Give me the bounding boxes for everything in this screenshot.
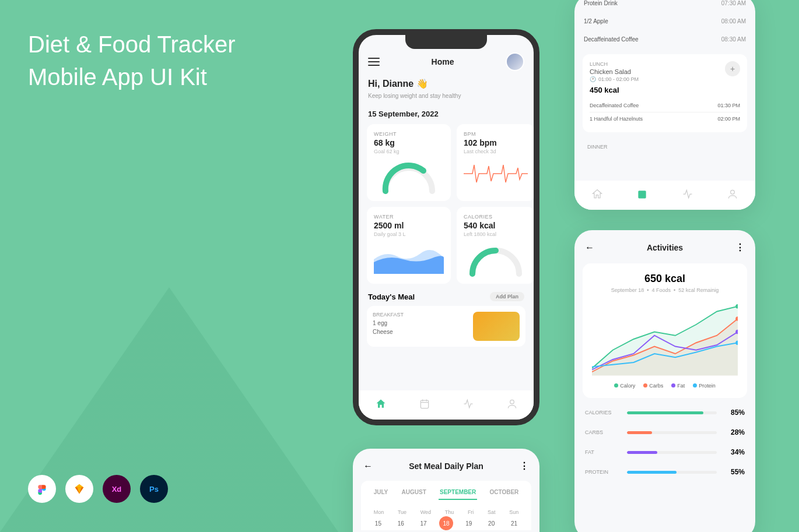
month-tabs: JULYAUGUSTSEPTEMBEROCTOBER (361, 481, 531, 505)
date-cell[interactable]: 19 (462, 516, 476, 530)
date-cell[interactable]: 15 (371, 516, 385, 530)
activity-icon[interactable] (462, 398, 474, 413)
card-sub: Daily goal 3 L (374, 231, 444, 237)
page-title: Activities (647, 243, 683, 252)
food-time: 01:30 PM (717, 103, 740, 108)
list-item[interactable]: 1 Handful of Hazelnuts02:00 PM (590, 112, 740, 125)
date-cell[interactable]: 16 (394, 516, 408, 530)
plan-screen: ← Set Meal Daily Plan ⋮ JULYAUGUSTSEPTEM… (353, 449, 539, 532)
card-label: BPM (464, 131, 528, 137)
progress-bar (627, 431, 717, 434)
progress-bar (627, 411, 717, 414)
legend-item: Fat (671, 383, 685, 389)
back-icon[interactable]: ← (363, 461, 373, 471)
calendar-icon[interactable] (636, 188, 648, 203)
sketch-icon (65, 475, 93, 503)
meal-image (473, 312, 520, 341)
food-name: Protein Drink (584, 0, 618, 6)
svg-point-2 (510, 400, 514, 404)
list-item[interactable]: 1/2 Apple08:00 AM (574, 12, 755, 30)
list-item[interactable]: Decaffeinated Coffee08:30 AM (574, 30, 755, 48)
add-plan-button[interactable]: Add Plan (490, 292, 524, 301)
food-name: Decaffeinated Coffee (584, 36, 639, 43)
meal-label: LUNCH (590, 61, 740, 67)
progress-row: PROTEIN55% (574, 462, 755, 482)
card-value: 2500 ml (374, 221, 444, 230)
calendar-icon[interactable] (419, 398, 430, 413)
list-item[interactable]: Decaffeinated Coffee01:30 PM (590, 99, 740, 112)
month-tab[interactable]: OCTOBER (489, 485, 520, 500)
progress-row: CALORIES85% (574, 403, 755, 422)
water-chart (374, 242, 444, 271)
profile-icon[interactable] (506, 398, 518, 413)
progress-pct: 85% (724, 408, 745, 417)
date-cell[interactable]: 20 (485, 516, 499, 530)
card-label: CALORIES (464, 214, 528, 220)
more-icon[interactable]: ⋮ (735, 242, 745, 253)
progress-label: CARBS (585, 429, 620, 435)
svg-point-5 (731, 190, 735, 194)
calories-card[interactable]: CALORIES 540 kcal Left 1800 kcal (457, 207, 535, 284)
lunch-title: Chicken Salad (590, 68, 740, 75)
home-icon[interactable] (375, 398, 387, 413)
food-time: 02:00 PM (717, 116, 740, 122)
day-label: Sat (488, 509, 496, 515)
add-button[interactable]: + (725, 61, 740, 76)
meal-item: 1 egg (373, 320, 404, 326)
svg-rect-1 (420, 400, 428, 408)
day-label: Fri (468, 509, 474, 515)
back-icon[interactable]: ← (585, 242, 594, 253)
card-sub: Left 1800 kcal (464, 231, 528, 237)
dinner-label: DINNER (574, 138, 755, 152)
food-name: 1 Handful of Hazelnuts (590, 116, 643, 122)
lunch-card[interactable]: LUNCH Chicken Salad 🕐01:00 - 02:00 PM 45… (583, 54, 747, 132)
calories-gauge (464, 242, 528, 277)
time-row: 🕐01:00 - 02:00 PM (590, 76, 740, 82)
chart-legend: CaloryCarbsFatProtein (592, 383, 738, 389)
month-tab[interactable]: SEPTEMBER (439, 485, 477, 500)
home-icon[interactable] (591, 188, 603, 203)
weight-gauge (374, 159, 444, 194)
figma-icon (28, 475, 56, 503)
phone-home: Home Hi, Dianne 👋 Keep losing weight and… (353, 29, 539, 425)
weight-card[interactable]: WEIGHT 68 kg Goal 62 kg (367, 124, 451, 201)
tool-icons: Xd Ps (28, 475, 168, 503)
clock-icon: 🕐 (590, 76, 596, 82)
water-card[interactable]: WATER 2500 ml Daily goal 3 L (367, 207, 451, 284)
date-cell[interactable]: 21 (507, 516, 521, 530)
list-item[interactable]: Protein Drink07:30 AM (574, 0, 755, 12)
card-label: WEIGHT (374, 131, 444, 137)
greeting: Hi, Dianne 👋 (359, 76, 534, 91)
bpm-card[interactable]: BPM 102 bpm Last check 3d (457, 124, 535, 201)
avatar[interactable] (506, 52, 524, 71)
meal-section-title: Today's Meal (368, 293, 415, 301)
day-label: Wed (420, 509, 431, 515)
menu-icon[interactable] (368, 58, 380, 66)
meal-item: Cheese (373, 329, 404, 335)
more-icon[interactable]: ⋮ (520, 460, 529, 471)
breakfast-card[interactable]: BREAKFAST 1 egg Cheese (367, 306, 525, 347)
activity-icon[interactable] (682, 188, 693, 203)
month-tab[interactable]: AUGUST (401, 485, 427, 500)
lunch-kcal: 450 kcal (590, 86, 740, 94)
current-date: 15 September, 2022 (359, 100, 534, 124)
profile-icon[interactable] (727, 188, 738, 203)
progress-bar (627, 451, 717, 454)
food-name: Decaffeinated Coffee (590, 103, 639, 108)
food-name: 1/2 Apple (584, 18, 608, 24)
activity-chart (592, 301, 738, 377)
progress-bar (627, 471, 717, 474)
activities-screen: ← Activities ⋮ 650 kcal September 18 • 4… (574, 230, 755, 532)
promo-title: Diet & Food Tracker Mobile App UI Kit (28, 28, 236, 93)
card-value: 68 kg (374, 138, 444, 147)
month-tab[interactable]: JULY (373, 485, 390, 500)
meals-screen: Protein Drink07:30 AM1/2 Apple08:00 AMDe… (574, 0, 755, 210)
subtitle: Keep losing weight and stay healthy (359, 91, 534, 100)
date-cell[interactable]: 18 (439, 516, 453, 530)
food-time: 07:30 AM (721, 0, 746, 6)
date-cell[interactable]: 17 (416, 516, 430, 530)
page-title: Set Meal Daily Plan (409, 461, 483, 471)
card-label: WATER (374, 214, 444, 220)
page-title: Home (432, 57, 454, 66)
meal-label: BREAKFAST (373, 312, 404, 318)
